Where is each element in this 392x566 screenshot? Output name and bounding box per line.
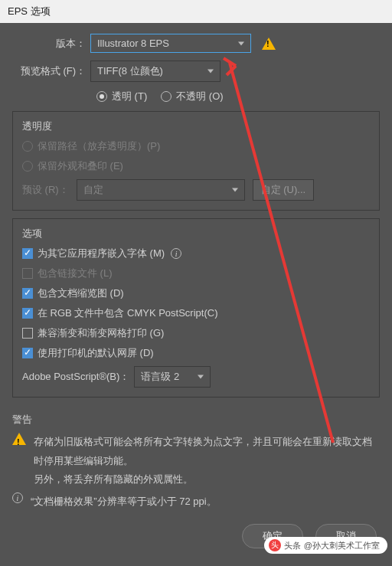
warning-text-1: 存储为旧版格式可能会将所有文字转换为点文字，并且可能会在重新读取文档时停用某些编…: [34, 436, 372, 466]
warning-icon: [12, 433, 26, 445]
radio-keep-paths: 保留路径（放弃透明度）(P): [22, 139, 160, 153]
chk-printer-default[interactable]: 使用打印机的默认网屏 (D): [22, 346, 154, 360]
options-title: 选项: [22, 227, 370, 240]
dialog-title: EPS 选项: [0, 0, 392, 23]
options-group: 选项 为其它应用程序嵌入字体 (M) i 包含链接文件 (L) 包含文档缩览图 …: [12, 218, 380, 398]
chk-include-thumb[interactable]: 包含文档缩览图 (D): [22, 286, 124, 300]
preview-format-select[interactable]: TIFF(8 位颜色): [90, 61, 220, 82]
radio-keep-appearance: 保留外观和叠印 (E): [22, 159, 123, 173]
warnings-title: 警告: [12, 413, 380, 427]
postscript-value: 语言级 2: [141, 370, 179, 384]
radio-transparent-label: 透明 (T): [112, 90, 147, 103]
chk-include-linked-label: 包含链接文件 (L): [38, 267, 113, 280]
chevron-down-icon: [238, 41, 244, 45]
radio-transparent[interactable]: 透明 (T): [96, 90, 147, 103]
chk-compat-gradient-label: 兼容渐变和渐变网格打印 (G): [38, 326, 164, 340]
preview-format-value: TIFF(8 位颜色): [97, 64, 163, 78]
custom-preset-button: 自定 (U)...: [253, 179, 315, 201]
warning-icon: [262, 38, 276, 50]
postscript-label: Adobe PostScript®(B)：: [22, 370, 129, 384]
chk-include-thumb-label: 包含文档缩览图 (D): [38, 286, 124, 300]
chevron-down-icon: [232, 188, 238, 192]
warning-text-3: “文档栅格效果”分辨率等于或小于 72 ppi。: [31, 492, 217, 512]
version-label: 版本：: [12, 37, 86, 51]
chk-include-cmyk-label: 在 RGB 文件中包含 CMYK PostScript(C): [38, 306, 217, 320]
version-value: Illustrator 8 EPS: [97, 38, 169, 49]
transparency-group: 透明度 保留路径（放弃透明度）(P) 保留外观和叠印 (E) 预设 (R)： 自…: [12, 111, 380, 211]
chk-compat-gradient[interactable]: 兼容渐变和渐变网格打印 (G): [22, 326, 164, 340]
chk-include-linked: 包含链接文件 (L): [22, 267, 113, 280]
watermark-author: @孙大刺美术工作室: [304, 540, 380, 551]
radio-keep-paths-label: 保留路径（放弃透明度）(P): [38, 139, 160, 153]
radio-keep-appearance-label: 保留外观和叠印 (E): [38, 159, 123, 173]
chk-embed-fonts[interactable]: 为其它应用程序嵌入字体 (M): [22, 247, 165, 260]
chk-embed-fonts-label: 为其它应用程序嵌入字体 (M): [38, 247, 165, 260]
chevron-down-icon: [207, 70, 214, 74]
info-icon[interactable]: i: [171, 248, 181, 259]
preset-value: 自定: [83, 183, 103, 197]
info-icon: i: [12, 492, 23, 503]
postscript-select[interactable]: 语言级 2: [134, 366, 211, 388]
watermark-prefix: 头条: [284, 540, 301, 551]
version-select[interactable]: Illustrator 8 EPS: [90, 34, 251, 53]
radio-opaque[interactable]: 不透明 (O): [161, 90, 223, 103]
watermark: 头 头条 @孙大刺美术工作室: [264, 537, 387, 554]
chk-printer-default-label: 使用打印机的默认网屏 (D): [38, 346, 154, 360]
preset-select: 自定: [77, 179, 245, 201]
chk-include-cmyk[interactable]: 在 RGB 文件中包含 CMYK PostScript(C): [22, 306, 217, 320]
preview-format-label: 预览格式 (F)：: [12, 64, 86, 78]
preset-label: 预设 (R)：: [22, 183, 69, 197]
watermark-icon: 头: [269, 539, 281, 551]
warning-text-2: 另外，将丢弃所有隐藏的外观属性。: [34, 473, 193, 485]
transparency-title: 透明度: [22, 119, 370, 133]
chevron-down-icon: [198, 375, 204, 379]
radio-opaque-label: 不透明 (O): [176, 90, 223, 103]
warnings-section: 警告 存储为旧版格式可能会将所有文字转换为点文字，并且可能会在重新读取文档时停用…: [12, 405, 380, 512]
